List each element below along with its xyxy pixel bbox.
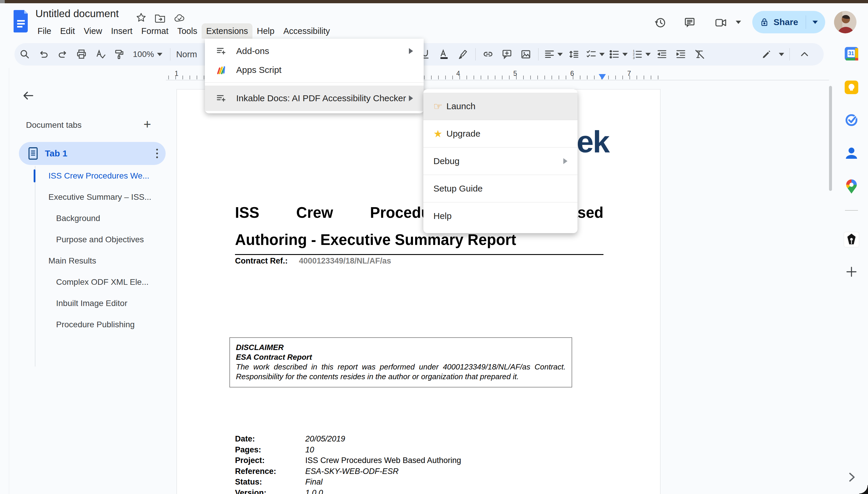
menubar-item[interactable]: Tools xyxy=(173,23,202,39)
maps-icon[interactable] xyxy=(843,178,860,195)
toolbar-divider xyxy=(475,48,476,60)
bullet-list-caret[interactable] xyxy=(622,53,628,56)
vertical-scrollbar[interactable] xyxy=(829,86,832,191)
submenu-item-setup-guide[interactable]: Setup Guide xyxy=(423,175,578,202)
print-icon[interactable] xyxy=(72,43,91,65)
numbered-list-caret[interactable] xyxy=(645,53,651,56)
contacts-icon[interactable] xyxy=(843,144,860,162)
cloud-saved-icon[interactable] xyxy=(174,13,186,24)
tab-options-kebab-icon[interactable] xyxy=(156,149,158,158)
submenu-arrow-icon xyxy=(563,158,567,164)
get-addons-plus-icon[interactable] xyxy=(843,263,860,281)
version-history-icon[interactable] xyxy=(654,16,667,29)
submenu-item-help[interactable]: Help xyxy=(423,203,578,230)
indent-marker-icon[interactable] xyxy=(599,74,606,80)
lock-icon xyxy=(759,17,769,27)
paragraph-styles-select[interactable]: Norm xyxy=(176,50,197,59)
outline-item[interactable]: Main Results xyxy=(0,250,165,271)
editing-mode-caret[interactable] xyxy=(779,53,784,56)
submenu-item-label: Upgrade xyxy=(447,129,480,139)
apps-script-icon xyxy=(215,64,226,75)
paint-format-icon[interactable] xyxy=(110,43,129,65)
detail-value: 20/05/2019 xyxy=(305,434,345,444)
disclaimer-subtitle: ESA Contract Report xyxy=(236,353,566,362)
add-tab-button[interactable]: + xyxy=(144,117,151,132)
detail-row: Date: 20/05/2019 xyxy=(235,434,461,444)
indent-icon[interactable] xyxy=(672,43,690,65)
outdent-icon[interactable] xyxy=(653,43,672,65)
submenu-arrow-icon xyxy=(409,95,413,101)
docs-app-icon[interactable] xyxy=(14,10,29,33)
align-icon[interactable] xyxy=(542,43,558,65)
submenu-item-launch[interactable]: ☞ Launch xyxy=(423,93,578,120)
menubar-item[interactable]: Format xyxy=(137,23,173,39)
detail-row: Reference: ESA-SKY-WEB-ODF-ESR xyxy=(235,466,461,477)
menu-item-label: Add-ons xyxy=(236,46,269,56)
highlight-icon[interactable] xyxy=(453,43,472,65)
zoom-select[interactable]: 100% xyxy=(133,50,163,59)
menu-item-addons[interactable]: Add-ons xyxy=(205,42,424,60)
rail-divider xyxy=(845,210,858,211)
checklist-icon[interactable] xyxy=(583,43,599,65)
menu-item-apps-script[interactable]: Apps Script xyxy=(205,60,424,79)
add-comment-icon[interactable] xyxy=(497,43,516,65)
outline-item[interactable]: Procedure Publishing xyxy=(0,314,165,335)
bullet-list-icon[interactable] xyxy=(606,43,622,65)
align-caret[interactable] xyxy=(558,53,563,56)
avatar[interactable] xyxy=(834,11,856,33)
detail-label: Status: xyxy=(235,477,305,488)
share-dropdown-caret[interactable] xyxy=(812,21,818,24)
outline-item[interactable]: Executive Summary – ISS... xyxy=(0,187,165,208)
menubar-item[interactable]: View xyxy=(79,23,107,39)
menubar-item[interactable]: File xyxy=(33,23,56,39)
detail-value: ISS Crew Procedures Web Based Authoring xyxy=(305,455,461,466)
insert-image-icon[interactable] xyxy=(516,43,535,65)
tasks-icon[interactable] xyxy=(843,111,860,129)
numbered-list-icon[interactable]: 1 2 3 xyxy=(629,43,645,65)
menubar-item[interactable]: Edit xyxy=(56,23,79,39)
document-details: Date: 20/05/2019 Pages: 10 Project: ISS … xyxy=(235,434,461,494)
outline-item[interactable]: Background xyxy=(0,208,165,229)
tab-item-selected[interactable]: Tab 1 xyxy=(19,142,166,165)
detail-value: Final xyxy=(305,477,323,488)
outline-item[interactable]: Complex ODF XML Ele... xyxy=(0,271,165,293)
meet-dropdown-caret[interactable] xyxy=(736,21,741,24)
document-page[interactable]: ek ISS Crew Procedures Web Based Authori… xyxy=(176,89,660,494)
google-docs-window: Untitled document File Edit View Insert … xyxy=(0,0,868,494)
star-icon[interactable] xyxy=(135,12,147,24)
calendar-icon[interactable]: 31 xyxy=(843,45,860,62)
link-icon[interactable] xyxy=(478,43,497,65)
svg-text:31: 31 xyxy=(848,51,854,56)
share-button[interactable]: Share xyxy=(752,11,825,33)
redo-icon[interactable] xyxy=(53,43,72,65)
line-spacing-icon[interactable] xyxy=(565,43,583,65)
meet-video-icon[interactable] xyxy=(715,16,728,29)
comments-icon[interactable] xyxy=(683,16,696,29)
menubar-item[interactable]: Extensions xyxy=(202,23,252,39)
text-color-icon[interactable] xyxy=(435,43,453,65)
inkable-addon-icon[interactable] xyxy=(843,231,860,248)
editing-mode-pen-icon[interactable] xyxy=(757,43,776,65)
hide-menus-icon[interactable] xyxy=(795,43,814,65)
submenu-item-debug[interactable]: Debug xyxy=(423,148,578,175)
search-icon[interactable] xyxy=(15,43,34,65)
spellcheck-icon[interactable] xyxy=(91,43,110,65)
outline-item[interactable]: Purpose and Objectives xyxy=(0,229,165,250)
undo-icon[interactable] xyxy=(34,43,53,65)
disclaimer-text-1: The work described in this report was pe… xyxy=(236,362,566,372)
clear-formatting-icon[interactable] xyxy=(690,43,709,65)
menubar-item[interactable]: Accessibility xyxy=(279,23,335,39)
close-outline-back-arrow[interactable] xyxy=(21,89,35,103)
menubar-item[interactable]: Help xyxy=(252,23,279,39)
keep-icon[interactable] xyxy=(843,78,860,96)
document-title[interactable]: Untitled document xyxy=(35,8,119,19)
menu-item-inkable-docs[interactable]: Inkable Docs: AI PDF Accessibility Check… xyxy=(205,86,424,111)
outline-item[interactable]: ISS Crew Procedures We... xyxy=(0,165,165,187)
move-folder-icon[interactable] xyxy=(154,13,166,24)
expand-side-panel-chevron-icon[interactable] xyxy=(845,470,858,484)
submenu-arrow-icon xyxy=(409,48,413,54)
menubar-item[interactable]: Insert xyxy=(107,23,137,39)
submenu-item-upgrade[interactable]: ★ Upgrade xyxy=(423,120,578,147)
checklist-caret[interactable] xyxy=(599,53,605,56)
outline-item[interactable]: Inbuilt Image Editor xyxy=(0,293,165,314)
